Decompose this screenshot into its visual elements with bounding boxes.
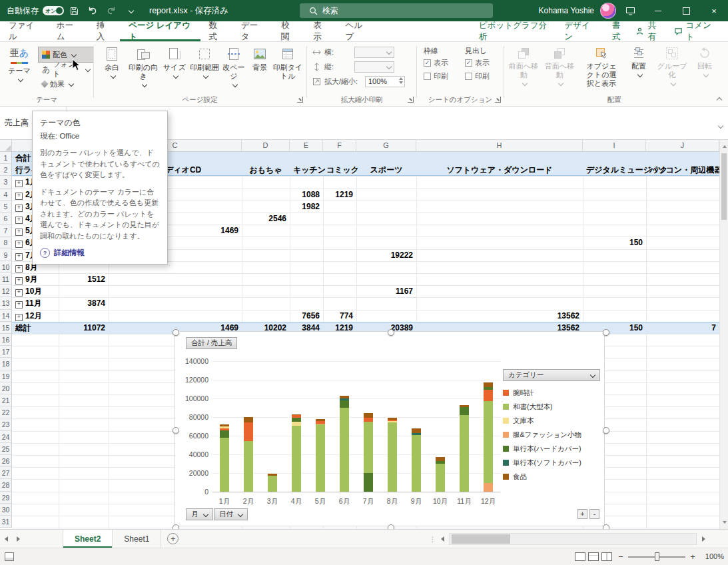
sheet-options-dialog-launcher[interactable] [495,97,501,103]
row-header-21[interactable]: 21 [0,394,12,406]
expand-button[interactable]: + [15,265,23,273]
expand-button[interactable]: + [15,193,23,200]
pivot-row-label-14[interactable]: +12月 [12,310,59,322]
bar-segment[interactable] [412,428,421,433]
bar-segment[interactable] [436,464,445,492]
ribbon-display-options-button[interactable] [616,0,644,21]
print-area-button[interactable]: 印刷範囲 [188,45,220,79]
zoom-slider-thumb[interactable] [655,552,659,561]
cell-I2[interactable]: デジタルミュージック [583,164,646,176]
formula-bar-expand-button[interactable] [717,120,723,132]
bar-segment[interactable] [484,387,493,390]
ribbon-tab-0[interactable]: ファイル [0,21,48,41]
cell-J15[interactable]: 7 [646,322,719,334]
comments-button[interactable]: コメント [674,20,717,43]
ribbon-tab-10[interactable]: デザイン [555,21,603,41]
selection-handle[interactable] [173,427,179,434]
sheet-nav-left[interactable] [0,530,12,548]
expand-button[interactable]: + [15,301,23,308]
cell-H2[interactable]: ソフトウェア・ダウンロード [416,164,583,176]
row-header-20[interactable]: 20 [0,382,12,394]
row-header-6[interactable]: 6 [0,213,12,225]
expand-button[interactable]: + [15,229,23,236]
row-header-30[interactable]: 30 [0,504,12,516]
expand-button[interactable]: + [15,180,23,187]
cell-E5[interactable]: 1982 [290,201,323,213]
column-header-G[interactable]: G [356,140,416,152]
bar-segment[interactable] [412,435,421,492]
page-setup-dialog-launcher[interactable] [297,97,303,103]
bar-segment[interactable] [220,428,229,430]
bar-segment[interactable] [220,426,229,428]
bar-segment[interactable] [316,419,325,421]
help-link[interactable]: ? 詳細情報 [40,248,160,258]
column-header-I[interactable]: I [583,140,646,152]
row-header-2[interactable]: 2 [0,164,12,176]
maximize-button[interactable] [672,0,700,21]
theme-fonts-button[interactable]: あ フォント [39,62,93,77]
bar-segment[interactable] [484,483,493,492]
cell-F2[interactable]: コミック [323,164,356,176]
bar-segment[interactable] [388,421,397,423]
vertical-scrollbar-thumb[interactable] [721,153,727,220]
redo-button[interactable] [103,3,120,19]
cell-A15[interactable]: 総計 [12,322,59,334]
row-header-27[interactable]: 27 [0,467,12,479]
sheet-tab-sheet2[interactable]: Sheet2 [63,530,113,548]
row-header-15[interactable]: 15 [0,322,12,334]
send-backward-button[interactable]: 背面へ移動 [542,45,577,87]
column-header-H[interactable]: H [416,140,583,152]
pivot-row-label-13[interactable]: +11月 [12,297,59,309]
page-layout-view-button[interactable] [588,552,599,561]
sheet-nav-right[interactable] [12,530,24,548]
bar-segment[interactable] [436,461,445,464]
ribbon-tab-2[interactable]: 挿入 [88,21,120,41]
expand-button[interactable]: + [15,314,23,321]
row-header-14[interactable]: 14 [0,310,12,322]
column-header-F[interactable]: F [323,140,356,152]
ribbon-tab-1[interactable]: ホーム [48,21,88,41]
ribbon-tab-9[interactable]: ピボットグラフ分析 [470,21,555,41]
group-button[interactable]: グループ化 [653,45,691,87]
legend-field-button[interactable]: カテゴリー [503,369,600,381]
bar-segment[interactable] [484,401,493,483]
bar-segment[interactable] [220,430,229,438]
cell-E2[interactable]: キッチン [290,164,323,176]
bar-segment[interactable] [340,398,349,400]
bar-segment[interactable] [364,422,373,473]
scroll-down-button[interactable] [720,517,728,528]
select-all-corner[interactable] [0,140,12,152]
tab-scroll-splitter[interactable]: ⋮ [429,530,437,548]
bar-segment[interactable] [340,408,349,492]
ribbon-tab-3[interactable]: ページ レイアウト [120,21,200,41]
bar-segment[interactable] [244,417,253,422]
cell-I8[interactable]: 150 [583,237,646,249]
align-button[interactable]: 配置 [624,45,653,78]
quick-access-dropdown[interactable] [121,3,139,19]
expand-button[interactable]: + [15,277,23,284]
bar-segment[interactable] [244,422,253,441]
background-button[interactable]: 背景 [246,45,273,73]
headings-view-checkbox[interactable]: ✓表示 [465,56,490,69]
cell-B13[interactable]: 3874 [59,297,109,309]
bring-forward-button[interactable]: 前面へ移動 [506,45,542,87]
avatar[interactable] [600,3,616,19]
cell-E4[interactable]: 1088 [290,189,323,201]
axis-field-button-month[interactable]: 月 [186,508,213,520]
share-button[interactable]: 共有 [635,20,663,43]
row-header-1[interactable]: 1 [0,152,12,164]
zoom-in-button[interactable]: + [688,552,697,562]
new-sheet-button[interactable]: + [167,533,179,544]
margins-button[interactable]: 余白 [97,45,127,79]
ribbon-tab-5[interactable]: データ [232,21,272,41]
cell-F4[interactable]: 1219 [323,189,356,201]
expand-button[interactable]: + [15,205,23,212]
column-header-D[interactable]: D [242,140,290,152]
bar-segment[interactable] [364,413,373,418]
cell-G9[interactable]: 19222 [356,249,416,261]
row-header-18[interactable]: 18 [0,358,12,370]
page-break-view-button[interactable] [601,552,612,561]
row-header-23[interactable]: 23 [0,418,12,430]
bar-segment[interactable] [484,382,493,387]
bar-segment[interactable] [388,422,397,492]
